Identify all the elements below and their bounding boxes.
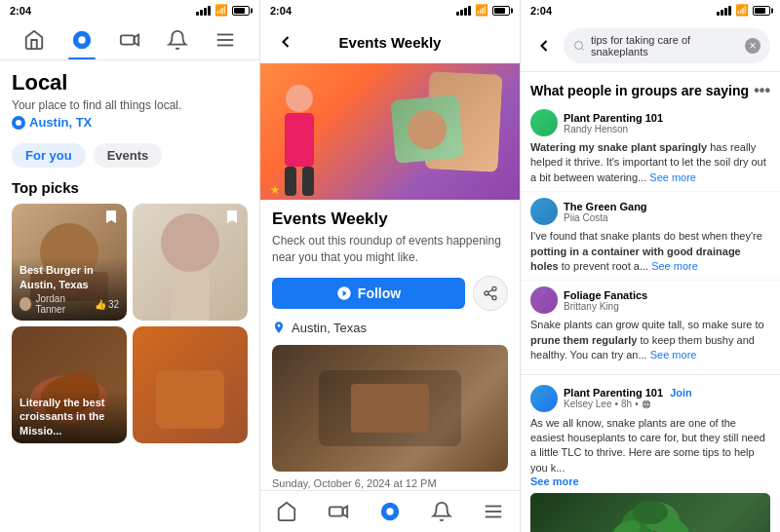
tabs-row: For you Events [0, 135, 259, 175]
user-name-sm: Jordan Tanner [35, 293, 90, 315]
like-count: 👍 32 [95, 299, 119, 310]
globe-icon [642, 399, 651, 409]
pick-card-croissants[interactable]: Literally the best croissants in the Mis… [12, 326, 127, 443]
svg-rect-16 [330, 507, 343, 515]
bottom-bell-icon[interactable] [429, 499, 454, 524]
see-more-3[interactable]: See more [650, 349, 697, 361]
signal-icon-mid [456, 6, 471, 16]
share-button[interactable] [473, 276, 508, 311]
battery-icon-mid [492, 6, 510, 16]
tab-events[interactable]: Events [94, 143, 163, 168]
see-more-1[interactable]: See more [649, 171, 696, 183]
group-user-3: Brittany King [564, 301, 770, 312]
join-label[interactable]: Join [670, 387, 692, 399]
bottom-menu-icon[interactable] [481, 499, 506, 524]
group-text-2: I've found that snake plants do best whe… [530, 229, 770, 274]
top-picks-heading: Top picks [0, 175, 259, 204]
back-button-right[interactable] [530, 32, 558, 59]
user-avatar-main [530, 385, 558, 412]
svg-rect-10 [302, 167, 314, 196]
user-post: Plant Parenting 101 Join Kelsey Lee • 8h… [521, 379, 780, 532]
signal-icon-right [717, 6, 731, 16]
home-icon[interactable] [20, 26, 48, 54]
svg-marker-17 [342, 507, 347, 517]
group-post-1: Plant Parenting 101 Randy Henson Waterin… [521, 103, 780, 192]
bottom-video-icon[interactable] [326, 499, 351, 524]
pick-card-fashion[interactable] [133, 204, 248, 321]
right-panel: 2:04 📶 tips for taking care of snakeplan… [521, 0, 780, 532]
post-username: Kelsey Lee [564, 399, 611, 409]
time-mid: 2:04 [270, 5, 292, 17]
user-see-more[interactable]: See more [530, 475, 770, 487]
svg-marker-3 [135, 35, 139, 46]
search-box[interactable]: tips for taking care of snakeplants [564, 28, 770, 63]
user-post-text: As we all know, snake plants are one of … [530, 416, 770, 476]
search-text: tips for taking care of snakeplants [591, 34, 739, 57]
page-subtitle: Your place to find all things local. [12, 98, 248, 112]
event-location-text: Austin, Texas [292, 321, 367, 335]
group-name-3: Foliage Fanatics [564, 289, 770, 301]
wifi-icon: 📶 [214, 4, 228, 17]
wifi-icon-right: 📶 [735, 4, 749, 17]
group-post-2: The Green Gang Piia Costa I've found tha… [521, 192, 780, 281]
follow-button[interactable]: Follow [272, 278, 465, 309]
status-icons-right: 📶 [717, 4, 770, 17]
menu-icon[interactable] [212, 26, 239, 54]
svg-rect-2 [121, 35, 135, 44]
event-location: Austin, Texas [272, 321, 508, 335]
tab-for-you[interactable]: For you [12, 143, 86, 168]
wifi-icon-mid: 📶 [475, 4, 488, 17]
location-text: Austin, TX [29, 115, 92, 130]
clear-search-button[interactable] [745, 38, 760, 54]
user-post-group: Plant Parenting 101 [564, 387, 663, 399]
page-title: Local [12, 70, 248, 95]
svg-line-24 [581, 48, 583, 50]
card-title: Best Burger in Austin, Texas [20, 263, 119, 291]
group-user-1: Randy Henson [564, 124, 770, 134]
left-panel: 2:04 📶 Local [0, 0, 260, 532]
see-more-2[interactable]: See more [651, 260, 698, 272]
plant-svg [592, 498, 709, 532]
mid-content: Events Weekly Check out this roundup of … [260, 200, 520, 519]
local-icon[interactable] [68, 26, 96, 54]
follow-row: Follow [272, 276, 508, 311]
bottom-home-icon[interactable] [274, 499, 299, 524]
status-bar-mid: 2:04 📶 [260, 0, 520, 20]
bottom-local-icon[interactable] [377, 499, 403, 524]
pick-card-food4[interactable] [133, 326, 248, 443]
svg-point-7 [286, 85, 313, 112]
more-options-button[interactable]: ••• [754, 82, 770, 99]
video-icon[interactable] [116, 26, 143, 54]
battery-icon-right [753, 6, 770, 16]
pick-card-burger[interactable]: Best Burger in Austin, Texas Jordan Tann… [12, 204, 127, 321]
group-avatar-1 [530, 109, 558, 136]
location-dot-icon [12, 116, 25, 130]
search-icon-right [573, 40, 585, 52]
bookmark-icon [103, 209, 121, 227]
group-avatar-3 [530, 286, 558, 314]
card-overlay: Best Burger in Austin, Texas Jordan Tann… [12, 257, 127, 321]
status-icons-left: 📶 [196, 4, 250, 17]
divider [521, 71, 780, 72]
food4-image [133, 326, 248, 443]
status-bar-left: 2:04 📶 [0, 0, 259, 20]
card-overlay-3: Literally the best croissants in the Mis… [12, 390, 127, 443]
battery-icon [232, 6, 250, 16]
mid-bottom-nav [260, 490, 520, 532]
location-row: Austin, TX [12, 115, 248, 130]
status-bar-right: 2:04 📶 [521, 0, 780, 20]
time-right: 2:04 [530, 5, 552, 17]
signal-icon [196, 6, 211, 16]
section-title: What people in groups are saying ••• [521, 76, 780, 103]
svg-line-14 [488, 294, 493, 297]
post-time: 8h [621, 399, 632, 409]
svg-line-15 [488, 289, 493, 292]
more-options-icon[interactable] [481, 28, 508, 56]
group-post-3: Foliage Fanatics Brittany King Snake pla… [521, 281, 780, 369]
event-date: Sunday, October 6, 2024 at 12 PM [272, 477, 508, 489]
collage-photo-2 [390, 95, 463, 164]
bell-icon[interactable] [164, 26, 191, 54]
time-left: 2:04 [10, 5, 31, 17]
divider-2 [521, 374, 780, 375]
back-button[interactable] [272, 28, 299, 56]
